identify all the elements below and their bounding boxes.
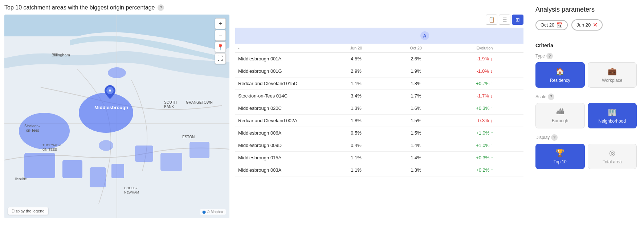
cell-jun20: 0.5% — [326, 127, 386, 139]
top10-label: Top 10 — [554, 159, 567, 164]
zoom-in-button[interactable]: + — [215, 18, 226, 29]
cell-evolution: -1.7% ↓ — [446, 90, 523, 102]
table-panel: 📋 ☰ ⊞ A - Jun 20 — [235, 15, 523, 231]
neighborhood-icon: 🏢 — [608, 108, 617, 116]
workplace-label: Workplace — [602, 78, 622, 83]
cell-area-name: Middlesbrough 001G — [235, 65, 326, 77]
right-panel: Analysis parameters Oct 20 📅 Jun 20 ✕ Cr… — [528, 0, 644, 235]
cell-evolution: +0.7% ↑ — [446, 77, 523, 90]
view-controls: 📋 ☰ ⊞ — [235, 15, 523, 25]
table-row: Redcar and Cleveland 015D 1.1% 1.8% +0.7… — [235, 77, 523, 90]
top10-btn[interactable]: 🏆 Top 10 — [535, 144, 585, 169]
table-row: Middlesbrough 015A 1.1% 1.4% +0.3% ↑ — [235, 152, 523, 164]
subheader-dash: - — [235, 44, 326, 53]
location-button[interactable]: 📍 — [215, 41, 226, 52]
subheader-oct20: Oct 20 — [386, 44, 446, 53]
scale-btn-group: 🏙 Borough 🏢 Neighborhood — [535, 103, 637, 128]
svg-text:THORNABY-: THORNABY- — [42, 143, 61, 147]
cell-evolution: -1.9% ↓ — [446, 53, 523, 65]
display-btn-group: 🏆 Top 10 ◎ Total area — [535, 144, 637, 169]
cell-area-name: Middlesbrough 006A — [235, 127, 326, 139]
residency-icon: 🏠 — [555, 67, 564, 76]
cell-evolution: -0.3% ↓ — [446, 115, 523, 127]
cell-oct20: 1.5% — [386, 127, 446, 139]
cell-evolution: +0.3% ↑ — [446, 152, 523, 164]
date-chip-jun: Jun 20 ✕ — [571, 19, 603, 31]
list-view-btn[interactable]: ☰ — [499, 15, 510, 25]
svg-text:Stockton-: Stockton- — [24, 124, 40, 128]
svg-text:GRANGETOWN: GRANGETOWN — [186, 100, 213, 104]
table-row: Middlesbrough 009D 0.4% 1.4% +1.0% ↑ — [235, 139, 523, 152]
svg-rect-5 — [24, 153, 55, 178]
cell-jun20: 1.1% — [326, 77, 386, 90]
svg-text:BANK: BANK — [164, 105, 174, 109]
cell-jun20: 0.4% — [326, 139, 386, 152]
cell-jun20: 1.8% — [326, 115, 386, 127]
svg-text:A: A — [109, 88, 111, 93]
display-help-icon[interactable]: ? — [551, 134, 558, 141]
neighborhood-label: Neighborhood — [599, 119, 626, 124]
type-help-icon[interactable]: ? — [546, 53, 553, 59]
date-oct20: Oct 20 — [541, 22, 554, 28]
totalarea-icon: ◎ — [609, 148, 615, 157]
totalarea-btn[interactable]: ◎ Total area — [588, 144, 637, 169]
workplace-btn[interactable]: 💼 Workplace — [588, 62, 637, 88]
cell-oct20: 2.6% — [386, 53, 446, 65]
cell-jun20: 3.4% — [326, 90, 386, 102]
scale-help-icon[interactable]: ? — [548, 93, 554, 100]
subheader-row: - Jun 20 Oct 20 Evolution — [235, 44, 523, 53]
svg-text:SOUTH: SOUTH — [164, 100, 177, 104]
display-label: Display ? — [535, 134, 637, 141]
cell-area-name: Stockton-on-Tees 014C — [235, 90, 326, 102]
cell-evolution: +0.3% ↑ — [446, 102, 523, 115]
title-help-icon[interactable]: ? — [158, 4, 164, 11]
subheader-jun20: Jun 20 — [326, 44, 386, 53]
legend-button[interactable]: Display the legend — [8, 207, 48, 215]
totalarea-label: Total area — [603, 159, 622, 164]
neighborhood-btn[interactable]: 🏢 Neighborhood — [588, 103, 637, 128]
date-chip-oct: Oct 20 📅 — [535, 20, 568, 30]
calendar-icon[interactable]: 📅 — [557, 22, 563, 28]
borough-btn[interactable]: 🏙 Borough — [535, 103, 585, 128]
cell-evolution: +1.0% ↑ — [446, 127, 523, 139]
table-row: Middlesbrough 006A 0.5% 1.5% +1.0% ↑ — [235, 127, 523, 139]
svg-text:on-Tees: on-Tees — [26, 128, 39, 132]
divider-1 — [535, 38, 637, 38]
table-header: A — [235, 28, 523, 44]
cell-oct20: 1.6% — [386, 102, 446, 115]
cell-jun20: 1.1% — [326, 152, 386, 164]
subheader-evolution: Evolution — [446, 44, 523, 53]
table-view-btn[interactable]: ⊞ — [512, 15, 523, 25]
cell-evolution: -1.0% ↓ — [446, 65, 523, 77]
table-row: Middlesbrough 020C 1.3% 1.6% +0.3% ↑ — [235, 102, 523, 115]
map-controls: + − 📍 ⛶ — [215, 18, 226, 64]
cell-jun20: 1.3% — [326, 102, 386, 115]
svg-text:Middlesbrough: Middlesbrough — [94, 105, 128, 110]
svg-text:Billingham: Billingham — [52, 53, 70, 57]
cell-area-name: Middlesbrough 003A — [235, 164, 326, 176]
cell-jun20: 2.9% — [326, 65, 386, 77]
book-view-btn[interactable]: 📋 — [486, 15, 497, 25]
header-a-cell: A — [326, 28, 523, 44]
cell-oct20: 1.7% — [386, 90, 446, 102]
zoom-out-button[interactable]: − — [215, 30, 226, 41]
criteria-section-title: Criteria — [535, 43, 637, 48]
residency-btn[interactable]: 🏠 Residency — [535, 62, 585, 88]
fullscreen-button[interactable]: ⛶ — [215, 53, 226, 64]
mapbox-logo: 🔵 © Mapbox — [200, 209, 226, 215]
cell-evolution: +1.0% ↑ — [446, 139, 523, 152]
table-row: Stockton-on-Tees 014C 3.4% 1.7% -1.7% ↓ — [235, 90, 523, 102]
cell-area-name: Middlesbrough 015A — [235, 152, 326, 164]
cell-oct20: 1.3% — [386, 164, 446, 176]
data-table: A - Jun 20 Oct 20 Evolution Middlesbroug… — [235, 28, 523, 176]
table-row: Middlesbrough 001A 4.5% 2.6% -1.9% ↓ — [235, 53, 523, 65]
table-row: Redcar and Cleveland 002A 1.8% 1.5% -0.3… — [235, 115, 523, 127]
workplace-icon: 💼 — [608, 67, 617, 76]
close-date-icon[interactable]: ✕ — [593, 21, 598, 28]
cell-oct20: 1.8% — [386, 77, 446, 90]
cell-oct20: 1.9% — [386, 65, 446, 77]
cell-evolution: +0.2% ↑ — [446, 164, 523, 176]
date-jun20: Jun 20 — [576, 22, 591, 28]
cell-jun20: 1.1% — [326, 164, 386, 176]
cell-area-name: Redcar and Cleveland 002A — [235, 115, 326, 127]
